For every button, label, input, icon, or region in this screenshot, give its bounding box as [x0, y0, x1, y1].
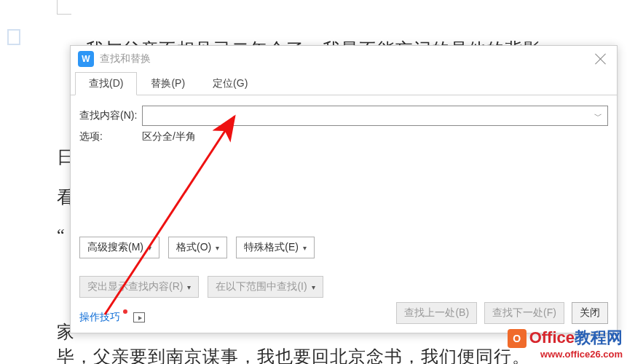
- find-content-input[interactable]: [142, 106, 608, 126]
- highlight-results-button: 突出显示查找内容(R)▾: [79, 276, 199, 298]
- chevron-down-icon: ▾: [216, 244, 219, 252]
- tab-goto[interactable]: 定位(G): [199, 72, 261, 95]
- notification-dot-icon: [123, 309, 127, 314]
- watermark-brand-suffix: 教程网: [575, 328, 623, 347]
- page-margin-mark: [57, 0, 71, 15]
- document-thumbnail-icon: [7, 29, 20, 45]
- tips-row: 操作技巧: [79, 311, 145, 324]
- tab-find[interactable]: 查找(D): [75, 72, 137, 95]
- video-tips-icon[interactable]: [133, 312, 145, 323]
- chevron-down-icon: ▾: [148, 244, 151, 252]
- chevron-down-icon: ▾: [312, 283, 315, 291]
- dialog-titlebar: W 查找和替换: [71, 46, 617, 72]
- special-format-button[interactable]: 特殊格式(E)▾: [236, 237, 315, 258]
- dialog-title: 查找和替换: [100, 52, 151, 66]
- chevron-down-icon: ▾: [303, 244, 307, 252]
- watermark-url: www.office26.com: [508, 349, 623, 360]
- wps-app-icon: W: [78, 51, 94, 67]
- tab-replace[interactable]: 替换(P): [137, 72, 199, 95]
- close-icon[interactable]: [594, 52, 608, 66]
- find-replace-dialog: W 查找和替换 查找(D) 替换(P) 定位(G) 查找内容(N): ﹀ 选项:…: [70, 45, 618, 333]
- find-next-button: 查找下一处(F): [484, 302, 564, 324]
- operation-tips-link[interactable]: 操作技巧: [79, 311, 120, 324]
- document-text-line: 毕，父亲要到南京谋事，我也要回北京念书，我们便同行。: [57, 345, 567, 364]
- watermark-brand: Office: [529, 328, 575, 347]
- options-label: 选项:: [79, 130, 142, 143]
- chevron-down-icon: ▾: [187, 283, 191, 291]
- find-content-label: 查找内容(N):: [79, 109, 142, 122]
- format-button[interactable]: 格式(O)▾: [168, 237, 227, 258]
- find-in-scope-button: 在以下范围中查找(I)▾: [208, 276, 323, 298]
- dialog-tabs: 查找(D) 替换(P) 定位(G): [71, 74, 617, 95]
- close-button[interactable]: 关闭: [572, 302, 608, 324]
- advanced-search-button[interactable]: 高级搜索(M)▾: [79, 237, 159, 258]
- watermark: OOffice教程网 www.office26.com: [508, 327, 623, 360]
- watermark-logo-icon: O: [508, 329, 527, 348]
- find-prev-button: 查找上一处(B): [396, 302, 477, 324]
- options-value: 区分全/半角: [142, 130, 196, 143]
